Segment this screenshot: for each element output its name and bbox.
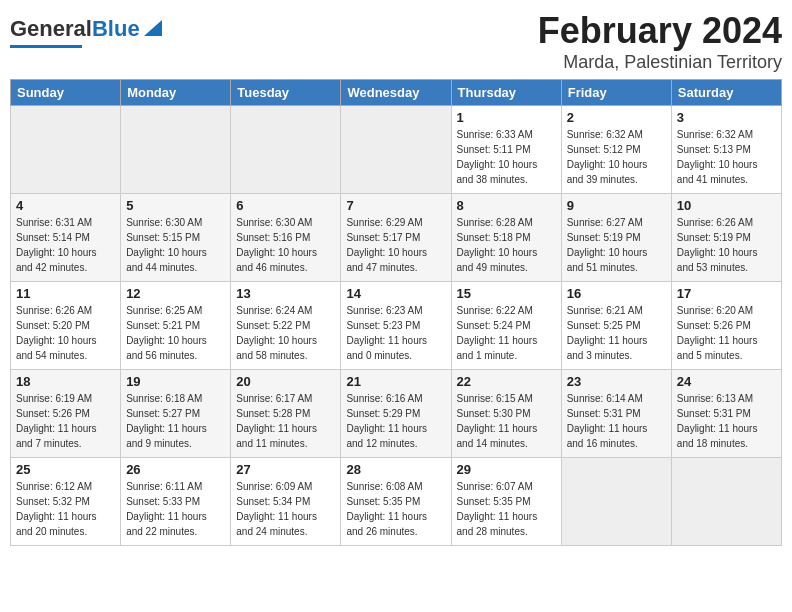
day-info: Sunrise: 6:32 AM Sunset: 5:13 PM Dayligh… <box>677 127 776 187</box>
day-info: Sunrise: 6:08 AM Sunset: 5:35 PM Dayligh… <box>346 479 445 539</box>
location-title: Marda, Palestinian Territory <box>538 52 782 73</box>
calendar-cell: 6Sunrise: 6:30 AM Sunset: 5:16 PM Daylig… <box>231 194 341 282</box>
day-number: 1 <box>457 110 556 125</box>
week-row-2: 4Sunrise: 6:31 AM Sunset: 5:14 PM Daylig… <box>11 194 782 282</box>
calendar-cell: 22Sunrise: 6:15 AM Sunset: 5:30 PM Dayli… <box>451 370 561 458</box>
day-info: Sunrise: 6:30 AM Sunset: 5:16 PM Dayligh… <box>236 215 335 275</box>
day-info: Sunrise: 6:22 AM Sunset: 5:24 PM Dayligh… <box>457 303 556 363</box>
page-header: General Blue February 2024 Marda, Palest… <box>10 10 782 73</box>
day-info: Sunrise: 6:07 AM Sunset: 5:35 PM Dayligh… <box>457 479 556 539</box>
weekday-header-thursday: Thursday <box>451 80 561 106</box>
day-number: 29 <box>457 462 556 477</box>
day-info: Sunrise: 6:25 AM Sunset: 5:21 PM Dayligh… <box>126 303 225 363</box>
day-info: Sunrise: 6:21 AM Sunset: 5:25 PM Dayligh… <box>567 303 666 363</box>
calendar-cell: 14Sunrise: 6:23 AM Sunset: 5:23 PM Dayli… <box>341 282 451 370</box>
calendar-cell: 25Sunrise: 6:12 AM Sunset: 5:32 PM Dayli… <box>11 458 121 546</box>
calendar-cell <box>341 106 451 194</box>
calendar-cell <box>11 106 121 194</box>
day-info: Sunrise: 6:14 AM Sunset: 5:31 PM Dayligh… <box>567 391 666 451</box>
calendar-cell: 28Sunrise: 6:08 AM Sunset: 5:35 PM Dayli… <box>341 458 451 546</box>
weekday-header-tuesday: Tuesday <box>231 80 341 106</box>
day-number: 6 <box>236 198 335 213</box>
day-info: Sunrise: 6:23 AM Sunset: 5:23 PM Dayligh… <box>346 303 445 363</box>
calendar-cell <box>671 458 781 546</box>
week-row-4: 18Sunrise: 6:19 AM Sunset: 5:26 PM Dayli… <box>11 370 782 458</box>
day-number: 24 <box>677 374 776 389</box>
calendar-cell: 11Sunrise: 6:26 AM Sunset: 5:20 PM Dayli… <box>11 282 121 370</box>
day-number: 22 <box>457 374 556 389</box>
title-area: February 2024 Marda, Palestinian Territo… <box>538 10 782 73</box>
calendar-cell: 17Sunrise: 6:20 AM Sunset: 5:26 PM Dayli… <box>671 282 781 370</box>
day-number: 27 <box>236 462 335 477</box>
day-number: 25 <box>16 462 115 477</box>
month-year-title: February 2024 <box>538 10 782 52</box>
day-info: Sunrise: 6:13 AM Sunset: 5:31 PM Dayligh… <box>677 391 776 451</box>
day-info: Sunrise: 6:12 AM Sunset: 5:32 PM Dayligh… <box>16 479 115 539</box>
calendar-cell: 5Sunrise: 6:30 AM Sunset: 5:15 PM Daylig… <box>121 194 231 282</box>
calendar-cell: 1Sunrise: 6:33 AM Sunset: 5:11 PM Daylig… <box>451 106 561 194</box>
week-row-3: 11Sunrise: 6:26 AM Sunset: 5:20 PM Dayli… <box>11 282 782 370</box>
calendar-cell: 29Sunrise: 6:07 AM Sunset: 5:35 PM Dayli… <box>451 458 561 546</box>
calendar-cell <box>561 458 671 546</box>
calendar-cell: 8Sunrise: 6:28 AM Sunset: 5:18 PM Daylig… <box>451 194 561 282</box>
calendar-cell: 7Sunrise: 6:29 AM Sunset: 5:17 PM Daylig… <box>341 194 451 282</box>
weekday-header-wednesday: Wednesday <box>341 80 451 106</box>
calendar-cell: 18Sunrise: 6:19 AM Sunset: 5:26 PM Dayli… <box>11 370 121 458</box>
calendar-table: SundayMondayTuesdayWednesdayThursdayFrid… <box>10 79 782 546</box>
day-info: Sunrise: 6:11 AM Sunset: 5:33 PM Dayligh… <box>126 479 225 539</box>
calendar-cell: 15Sunrise: 6:22 AM Sunset: 5:24 PM Dayli… <box>451 282 561 370</box>
day-number: 13 <box>236 286 335 301</box>
day-info: Sunrise: 6:28 AM Sunset: 5:18 PM Dayligh… <box>457 215 556 275</box>
day-number: 21 <box>346 374 445 389</box>
logo: General Blue <box>10 10 164 54</box>
calendar-cell: 19Sunrise: 6:18 AM Sunset: 5:27 PM Dayli… <box>121 370 231 458</box>
day-info: Sunrise: 6:26 AM Sunset: 5:19 PM Dayligh… <box>677 215 776 275</box>
calendar-cell: 2Sunrise: 6:32 AM Sunset: 5:12 PM Daylig… <box>561 106 671 194</box>
calendar-cell: 13Sunrise: 6:24 AM Sunset: 5:22 PM Dayli… <box>231 282 341 370</box>
day-number: 28 <box>346 462 445 477</box>
calendar-cell: 12Sunrise: 6:25 AM Sunset: 5:21 PM Dayli… <box>121 282 231 370</box>
day-number: 10 <box>677 198 776 213</box>
calendar-cell: 20Sunrise: 6:17 AM Sunset: 5:28 PM Dayli… <box>231 370 341 458</box>
day-number: 14 <box>346 286 445 301</box>
weekday-header-monday: Monday <box>121 80 231 106</box>
day-info: Sunrise: 6:19 AM Sunset: 5:26 PM Dayligh… <box>16 391 115 451</box>
day-info: Sunrise: 6:33 AM Sunset: 5:11 PM Dayligh… <box>457 127 556 187</box>
day-number: 18 <box>16 374 115 389</box>
weekday-header-sunday: Sunday <box>11 80 121 106</box>
calendar-cell: 24Sunrise: 6:13 AM Sunset: 5:31 PM Dayli… <box>671 370 781 458</box>
calendar-cell: 4Sunrise: 6:31 AM Sunset: 5:14 PM Daylig… <box>11 194 121 282</box>
day-info: Sunrise: 6:31 AM Sunset: 5:14 PM Dayligh… <box>16 215 115 275</box>
day-info: Sunrise: 6:09 AM Sunset: 5:34 PM Dayligh… <box>236 479 335 539</box>
logo-blue: Blue <box>92 16 140 42</box>
day-info: Sunrise: 6:16 AM Sunset: 5:29 PM Dayligh… <box>346 391 445 451</box>
day-info: Sunrise: 6:15 AM Sunset: 5:30 PM Dayligh… <box>457 391 556 451</box>
day-number: 15 <box>457 286 556 301</box>
logo-arrow-icon <box>142 18 164 40</box>
day-number: 17 <box>677 286 776 301</box>
weekday-header-saturday: Saturday <box>671 80 781 106</box>
day-number: 19 <box>126 374 225 389</box>
day-info: Sunrise: 6:24 AM Sunset: 5:22 PM Dayligh… <box>236 303 335 363</box>
calendar-cell: 21Sunrise: 6:16 AM Sunset: 5:29 PM Dayli… <box>341 370 451 458</box>
day-info: Sunrise: 6:18 AM Sunset: 5:27 PM Dayligh… <box>126 391 225 451</box>
day-number: 9 <box>567 198 666 213</box>
calendar-cell <box>121 106 231 194</box>
day-number: 12 <box>126 286 225 301</box>
weekday-header-friday: Friday <box>561 80 671 106</box>
day-number: 20 <box>236 374 335 389</box>
day-info: Sunrise: 6:26 AM Sunset: 5:20 PM Dayligh… <box>16 303 115 363</box>
day-number: 16 <box>567 286 666 301</box>
day-info: Sunrise: 6:27 AM Sunset: 5:19 PM Dayligh… <box>567 215 666 275</box>
calendar-cell: 16Sunrise: 6:21 AM Sunset: 5:25 PM Dayli… <box>561 282 671 370</box>
day-info: Sunrise: 6:20 AM Sunset: 5:26 PM Dayligh… <box>677 303 776 363</box>
week-row-5: 25Sunrise: 6:12 AM Sunset: 5:32 PM Dayli… <box>11 458 782 546</box>
calendar-cell: 23Sunrise: 6:14 AM Sunset: 5:31 PM Dayli… <box>561 370 671 458</box>
day-number: 2 <box>567 110 666 125</box>
calendar-cell: 10Sunrise: 6:26 AM Sunset: 5:19 PM Dayli… <box>671 194 781 282</box>
day-number: 5 <box>126 198 225 213</box>
calendar-cell: 3Sunrise: 6:32 AM Sunset: 5:13 PM Daylig… <box>671 106 781 194</box>
day-info: Sunrise: 6:17 AM Sunset: 5:28 PM Dayligh… <box>236 391 335 451</box>
calendar-cell: 9Sunrise: 6:27 AM Sunset: 5:19 PM Daylig… <box>561 194 671 282</box>
svg-marker-0 <box>144 20 162 36</box>
